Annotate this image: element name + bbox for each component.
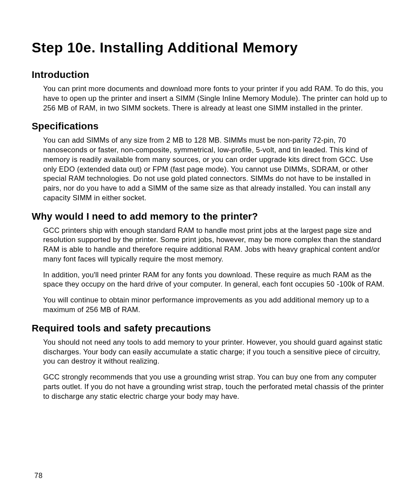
section-heading-why-add-memory: Why would I need to add memory to the pr… [32,211,388,222]
body-paragraph: You should not need any tools to add mem… [43,338,388,366]
section-heading-introduction: Introduction [32,69,388,81]
page-title: Step 10e. Installing Additional Memory [32,40,388,56]
section-heading-required-tools: Required tools and safety precautions [32,323,388,334]
document-page: Step 10e. Installing Additional Memory I… [0,0,420,504]
body-paragraph: GCC printers ship with enough standard R… [43,226,388,264]
body-paragraph: In addition, you'll need printer RAM for… [43,270,388,290]
body-paragraph: You can print more documents and downloa… [43,84,388,113]
page-number: 78 [34,472,43,480]
body-paragraph: You will continue to obtain minor perfor… [43,295,388,315]
body-paragraph: GCC strongly recommends that you use a g… [43,372,388,401]
body-paragraph: You can add SIMMs of any size from 2 MB … [43,136,388,202]
section-heading-specifications: Specifications [32,121,388,132]
